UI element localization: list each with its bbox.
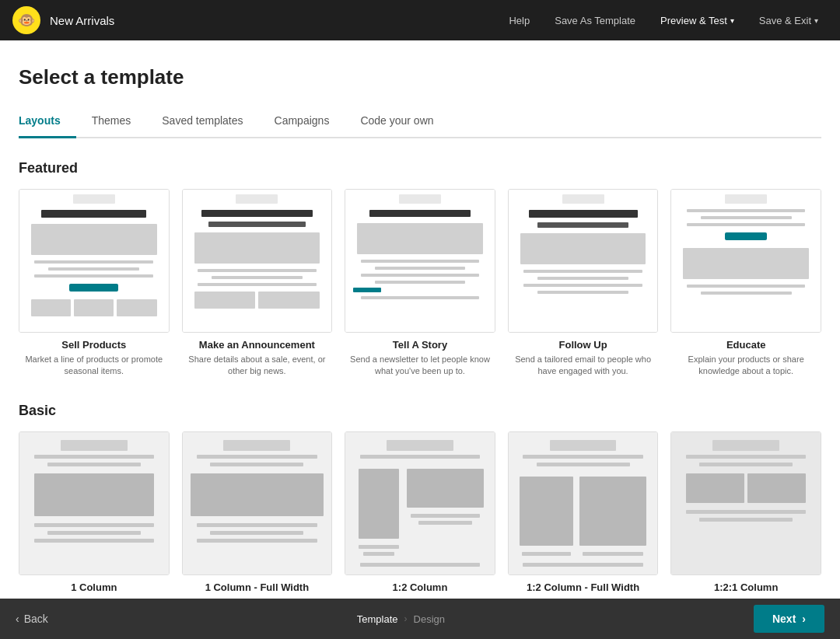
bp-text-4c <box>522 552 570 556</box>
preview-logo <box>73 194 115 204</box>
bp-img-4a <box>520 477 573 546</box>
bp-text-2d <box>210 531 303 535</box>
bp-header-1 <box>61 440 128 451</box>
basic-section-title: Basic <box>19 403 821 419</box>
template-desc-story: Send a newsletter to let people know wha… <box>345 354 495 378</box>
template-card-educate[interactable]: Educate Explain your products or share k… <box>670 189 821 378</box>
preview-headline-2 <box>201 210 313 217</box>
bp-left-4 <box>516 470 576 559</box>
template-preview-1col-full <box>182 431 333 575</box>
breadcrumb-template: Template <box>357 613 398 625</box>
bottom-navigation: ‹ Back Template › Design Next › <box>0 599 840 639</box>
bp-header-5 <box>712 440 779 451</box>
breadcrumb-arrow: › <box>404 613 408 624</box>
header-left: 🐵 New Arrivals <box>12 6 114 34</box>
preview-btn <box>69 284 118 292</box>
template-desc-followup: Send a tailored email to people who have… <box>508 354 659 378</box>
template-card-followup[interactable]: Follow Up Send a tailored email to peopl… <box>508 189 659 378</box>
next-button[interactable]: Next › <box>754 605 824 633</box>
template-desc-sell: Market a line of products or promote sea… <box>19 354 170 378</box>
template-preview-announce <box>182 189 333 333</box>
preview-text-3b <box>375 267 466 270</box>
template-name-1col: 1 Column <box>19 581 170 593</box>
bp-img-1 <box>34 473 154 516</box>
preview-text-4a <box>523 270 642 273</box>
save-template-button[interactable]: Save As Template <box>545 9 645 33</box>
template-card-1col[interactable]: 1 Column <box>19 431 170 593</box>
featured-section-title: Featured <box>19 160 821 176</box>
preview-text-2a <box>198 269 317 272</box>
bp-text-5a <box>686 455 806 459</box>
preview-text1 <box>34 260 153 264</box>
tab-campaigns[interactable]: Campaigns <box>259 108 345 138</box>
template-desc-educate: Explain your products or share knowledge… <box>670 354 821 378</box>
preview-text-3c <box>361 274 480 277</box>
preview-img-small1 <box>31 299 71 316</box>
back-arrow-icon: ‹ <box>16 613 19 625</box>
template-name-1-2col-full: 1:2 Column - Full Width <box>508 581 659 593</box>
template-name-educate: Educate <box>670 339 821 351</box>
tab-code[interactable]: Code your own <box>345 108 449 138</box>
template-card-1-2col[interactable]: 1:2 Column <box>345 431 495 593</box>
template-card-1-2-1col[interactable]: 1:2:1 Column <box>670 431 821 593</box>
preview-small-2b <box>258 292 320 309</box>
back-button[interactable]: ‹ Back <box>16 613 48 625</box>
preview-logo-3 <box>399 194 441 204</box>
save-exit-button[interactable]: Save & Exit ▾ <box>750 9 828 33</box>
top-header: 🐵 New Arrivals Help Save As Template Pre… <box>0 0 840 40</box>
bp-text-5d <box>699 518 793 522</box>
preview-text-4c <box>523 284 642 287</box>
template-card-sell[interactable]: Sell Products Market a line of products … <box>19 189 170 378</box>
tab-saved[interactable]: Saved templates <box>146 108 258 138</box>
preview-link-3 <box>353 288 381 292</box>
preview-row-2 <box>194 292 320 309</box>
bp-header-2 <box>223 440 290 451</box>
bp-text-5b <box>699 463 793 466</box>
save-exit-arrow-icon: ▾ <box>814 16 818 25</box>
next-arrow-icon: › <box>802 613 806 625</box>
bp-text-2a <box>197 455 317 459</box>
template-preview-1-2col <box>345 431 495 575</box>
template-card-story[interactable]: Tell A Story Send a newsletter to let pe… <box>345 189 495 378</box>
template-card-1col-full[interactable]: 1 Column - Full Width <box>182 431 333 593</box>
preview-logo-4 <box>562 194 604 204</box>
tab-themes[interactable]: Themes <box>76 108 147 138</box>
mailchimp-logo: 🐵 <box>12 6 40 34</box>
template-preview-educate <box>670 189 821 333</box>
bp-img-2 <box>191 473 324 516</box>
template-card-announce[interactable]: Make an Announcement Share details about… <box>182 189 333 378</box>
help-button[interactable]: Help <box>499 9 539 33</box>
template-preview-1-2-1col <box>670 431 821 575</box>
preview-headline-4 <box>529 210 638 218</box>
bp-text-1a <box>34 455 154 459</box>
template-preview-story <box>345 189 495 333</box>
preview-subheadline-2 <box>208 222 306 227</box>
featured-grid: Sell Products Market a line of products … <box>19 189 821 378</box>
template-name-1-2col: 1:2 Column <box>345 581 495 593</box>
preview-test-button[interactable]: Preview & Test ▾ <box>651 9 744 33</box>
preview-test-arrow-icon: ▾ <box>730 16 734 25</box>
preview-text3 <box>34 274 153 278</box>
preview-text-5e <box>701 292 792 295</box>
preview-text-3a <box>361 260 480 263</box>
preview-text-5c <box>687 223 806 226</box>
bp-text-1c <box>34 523 154 527</box>
bp-header-3 <box>387 440 453 451</box>
preview-text-2c <box>198 283 317 286</box>
bp-text-1e <box>34 539 154 543</box>
preview-text-5a <box>687 209 806 212</box>
template-preview-sell <box>19 189 170 333</box>
preview-headline-3 <box>369 210 470 217</box>
bp-two-col-3 <box>353 463 487 559</box>
template-name-1-2-1col: 1:2:1 Column <box>670 581 821 593</box>
template-preview-1-2col-full <box>508 431 659 575</box>
bp-two-col-4 <box>516 470 650 559</box>
template-card-1-2col-full[interactable]: 1:2 Column - Full Width <box>508 431 659 593</box>
template-name-sell: Sell Products <box>19 339 170 351</box>
preview-text2 <box>48 267 139 271</box>
preview-img-4 <box>520 233 646 264</box>
preview-text-5d <box>687 285 806 288</box>
preview-small-2a <box>194 292 256 309</box>
bp-text-2c <box>197 523 317 527</box>
tab-layouts[interactable]: Layouts <box>19 108 76 138</box>
